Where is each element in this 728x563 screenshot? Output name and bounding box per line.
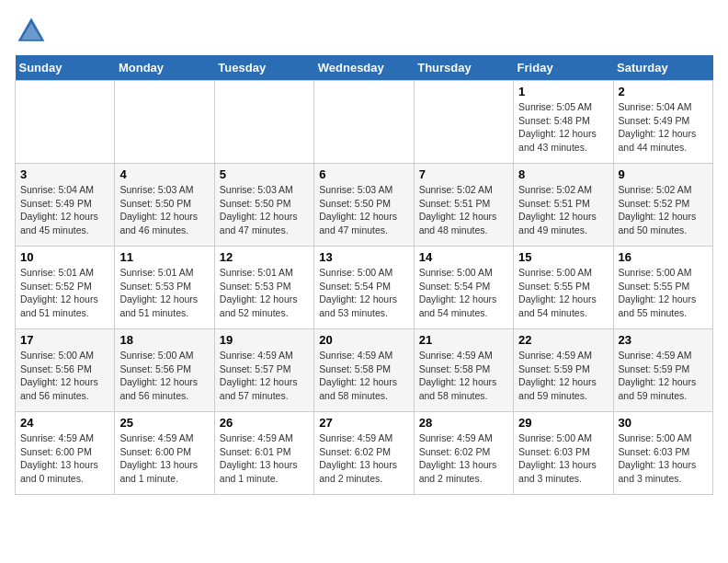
logo-icon (15, 15, 48, 48)
day-number: 9 (619, 167, 708, 181)
day-cell: 14Sunrise: 5:00 AM Sunset: 5:54 PM Dayli… (414, 247, 513, 329)
day-number: 2 (619, 85, 708, 98)
week-row: 10Sunrise: 5:01 AM Sunset: 5:52 PM Dayli… (16, 247, 713, 329)
day-info: Sunrise: 4:59 AM Sunset: 5:59 PM Dayligh… (518, 349, 608, 403)
day-cell: 8Sunrise: 5:02 AM Sunset: 5:51 PM Daylig… (514, 164, 613, 247)
week-row: 1Sunrise: 5:05 AM Sunset: 5:48 PM Daylig… (16, 81, 713, 164)
day-cell (314, 81, 414, 164)
day-cell: 25Sunrise: 4:59 AM Sunset: 6:00 PM Dayli… (115, 412, 214, 495)
day-cell: 2Sunrise: 5:04 AM Sunset: 5:49 PM Daylig… (613, 81, 712, 164)
day-number: 26 (220, 416, 309, 430)
day-info: Sunrise: 5:01 AM Sunset: 5:52 PM Dayligh… (20, 266, 109, 320)
day-number: 11 (119, 250, 209, 264)
day-cell: 3Sunrise: 5:04 AM Sunset: 5:49 PM Daylig… (16, 164, 115, 247)
day-cell: 26Sunrise: 4:59 AM Sunset: 6:01 PM Dayli… (214, 412, 313, 495)
day-number: 21 (419, 333, 508, 347)
day-cell: 24Sunrise: 4:59 AM Sunset: 6:00 PM Dayli… (16, 412, 115, 495)
header-row: SundayMondayTuesdayWednesdayThursdayFrid… (16, 55, 713, 81)
day-cell: 27Sunrise: 4:59 AM Sunset: 6:02 PM Dayli… (314, 412, 414, 495)
day-info: Sunrise: 5:02 AM Sunset: 5:51 PM Dayligh… (419, 183, 508, 237)
day-number: 10 (20, 250, 109, 264)
header-day: Sunday (16, 55, 115, 81)
header-day: Saturday (613, 55, 712, 81)
day-cell: 29Sunrise: 5:00 AM Sunset: 6:03 PM Dayli… (514, 412, 613, 495)
day-info: Sunrise: 4:59 AM Sunset: 6:00 PM Dayligh… (119, 431, 209, 486)
day-cell: 11Sunrise: 5:01 AM Sunset: 5:53 PM Dayli… (115, 247, 214, 329)
week-row: 24Sunrise: 4:59 AM Sunset: 6:00 PM Dayli… (16, 412, 713, 495)
day-number: 14 (419, 250, 508, 264)
day-number: 30 (619, 416, 708, 430)
logo (15, 15, 53, 48)
day-number: 19 (220, 333, 309, 347)
day-cell (115, 81, 214, 164)
day-number: 18 (119, 333, 209, 347)
day-cell (214, 81, 313, 164)
day-number: 15 (518, 250, 608, 264)
week-row: 17Sunrise: 5:00 AM Sunset: 5:56 PM Dayli… (16, 329, 713, 412)
day-cell: 7Sunrise: 5:02 AM Sunset: 5:51 PM Daylig… (414, 164, 513, 247)
day-info: Sunrise: 4:59 AM Sunset: 5:57 PM Dayligh… (220, 349, 309, 403)
day-cell: 22Sunrise: 4:59 AM Sunset: 5:59 PM Dayli… (514, 329, 613, 412)
day-cell: 18Sunrise: 5:00 AM Sunset: 5:56 PM Dayli… (115, 329, 214, 412)
header-day: Monday (115, 55, 214, 81)
day-info: Sunrise: 5:00 AM Sunset: 5:55 PM Dayligh… (619, 266, 708, 320)
day-info: Sunrise: 4:59 AM Sunset: 6:00 PM Dayligh… (20, 431, 109, 486)
day-info: Sunrise: 5:00 AM Sunset: 5:56 PM Dayligh… (119, 349, 209, 403)
day-cell: 28Sunrise: 4:59 AM Sunset: 6:02 PM Dayli… (414, 412, 513, 495)
day-number: 6 (319, 167, 408, 181)
day-cell: 5Sunrise: 5:03 AM Sunset: 5:50 PM Daylig… (214, 164, 313, 247)
day-number: 29 (518, 416, 608, 430)
header-day: Wednesday (314, 55, 414, 81)
day-info: Sunrise: 5:00 AM Sunset: 5:56 PM Dayligh… (20, 349, 109, 403)
day-cell: 4Sunrise: 5:03 AM Sunset: 5:50 PM Daylig… (115, 164, 214, 247)
day-cell: 23Sunrise: 4:59 AM Sunset: 5:59 PM Dayli… (613, 329, 712, 412)
day-cell: 30Sunrise: 5:00 AM Sunset: 6:03 PM Dayli… (613, 412, 712, 495)
day-number: 5 (220, 167, 309, 181)
day-cell: 15Sunrise: 5:00 AM Sunset: 5:55 PM Dayli… (514, 247, 613, 329)
day-cell: 12Sunrise: 5:01 AM Sunset: 5:53 PM Dayli… (214, 247, 313, 329)
day-number: 7 (419, 167, 508, 181)
day-number: 4 (119, 167, 209, 181)
header (15, 15, 713, 48)
day-cell: 20Sunrise: 4:59 AM Sunset: 5:58 PM Dayli… (314, 329, 414, 412)
calendar-table: SundayMondayTuesdayWednesdayThursdayFrid… (15, 55, 713, 495)
day-info: Sunrise: 4:59 AM Sunset: 5:59 PM Dayligh… (619, 349, 708, 403)
header-day: Tuesday (214, 55, 313, 81)
day-number: 8 (518, 167, 608, 181)
day-info: Sunrise: 5:00 AM Sunset: 5:54 PM Dayligh… (419, 266, 508, 320)
day-info: Sunrise: 5:01 AM Sunset: 5:53 PM Dayligh… (220, 266, 309, 320)
day-info: Sunrise: 5:00 AM Sunset: 6:03 PM Dayligh… (518, 431, 608, 486)
day-info: Sunrise: 5:05 AM Sunset: 5:48 PM Dayligh… (518, 100, 608, 155)
day-cell (16, 81, 115, 164)
day-info: Sunrise: 5:00 AM Sunset: 5:55 PM Dayligh… (518, 266, 608, 320)
day-cell: 21Sunrise: 4:59 AM Sunset: 5:58 PM Dayli… (414, 329, 513, 412)
day-info: Sunrise: 4:59 AM Sunset: 6:01 PM Dayligh… (220, 431, 309, 486)
day-number: 12 (220, 250, 309, 264)
day-info: Sunrise: 4:59 AM Sunset: 5:58 PM Dayligh… (419, 349, 508, 403)
header-day: Thursday (414, 55, 513, 81)
day-info: Sunrise: 5:02 AM Sunset: 5:52 PM Dayligh… (619, 183, 708, 237)
day-info: Sunrise: 5:04 AM Sunset: 5:49 PM Dayligh… (20, 183, 109, 237)
day-number: 13 (319, 250, 408, 264)
day-info: Sunrise: 4:59 AM Sunset: 5:58 PM Dayligh… (319, 349, 408, 403)
day-number: 25 (119, 416, 209, 430)
day-info: Sunrise: 5:00 AM Sunset: 5:54 PM Dayligh… (319, 266, 408, 320)
day-number: 20 (319, 333, 408, 347)
week-row: 3Sunrise: 5:04 AM Sunset: 5:49 PM Daylig… (16, 164, 713, 247)
day-number: 1 (518, 85, 608, 98)
day-info: Sunrise: 5:02 AM Sunset: 5:51 PM Dayligh… (518, 183, 608, 237)
day-cell: 13Sunrise: 5:00 AM Sunset: 5:54 PM Dayli… (314, 247, 414, 329)
day-info: Sunrise: 4:59 AM Sunset: 6:02 PM Dayligh… (419, 431, 508, 486)
day-info: Sunrise: 5:00 AM Sunset: 6:03 PM Dayligh… (619, 431, 708, 486)
day-cell (414, 81, 513, 164)
day-cell: 17Sunrise: 5:00 AM Sunset: 5:56 PM Dayli… (16, 329, 115, 412)
day-number: 28 (419, 416, 508, 430)
day-cell: 10Sunrise: 5:01 AM Sunset: 5:52 PM Dayli… (16, 247, 115, 329)
day-number: 27 (319, 416, 408, 430)
day-number: 24 (20, 416, 109, 430)
day-info: Sunrise: 5:03 AM Sunset: 5:50 PM Dayligh… (319, 183, 408, 237)
day-cell: 1Sunrise: 5:05 AM Sunset: 5:48 PM Daylig… (514, 81, 613, 164)
day-number: 22 (518, 333, 608, 347)
day-number: 16 (619, 250, 708, 264)
day-cell: 19Sunrise: 4:59 AM Sunset: 5:57 PM Dayli… (214, 329, 313, 412)
